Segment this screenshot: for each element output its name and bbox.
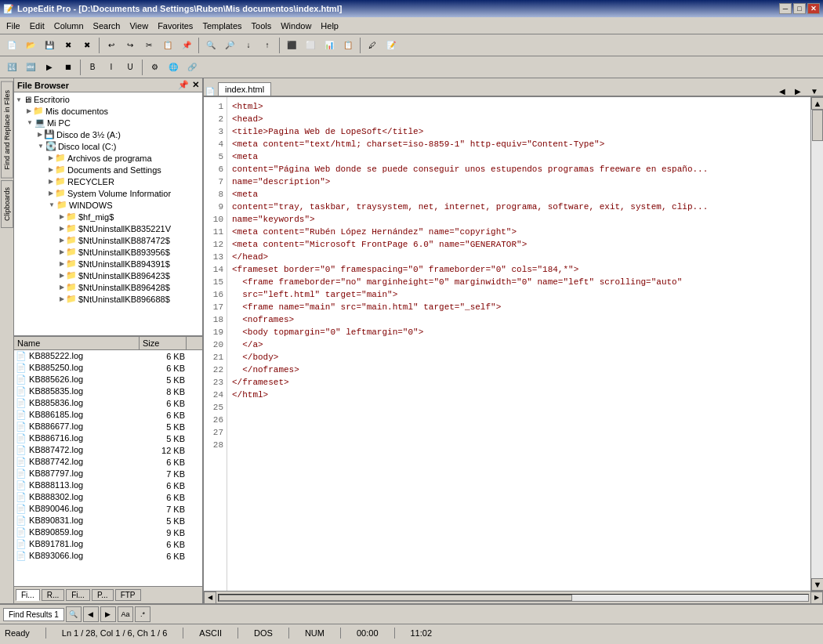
menu-item-column[interactable]: Column — [49, 20, 89, 32]
tb2-btn-6[interactable]: I — [103, 59, 120, 76]
tb2-btn-1[interactable]: 🔣 — [3, 59, 20, 76]
menu-item-help[interactable]: Help — [316, 20, 343, 32]
close-button[interactable]: ✕ — [807, 3, 820, 14]
toolbar-btn-13[interactable]: ↓ — [240, 37, 257, 54]
file-row[interactable]: 📄 KB885835.log8 KB — [14, 385, 202, 397]
hscroll-thumb[interactable] — [219, 595, 572, 601]
file-row[interactable]: 📄 KB886185.log6 KB — [14, 409, 202, 421]
tree-item[interactable]: ▼🖥Escritorio — [16, 94, 201, 105]
toolbar-btn-18[interactable]: 📋 — [339, 37, 357, 54]
minimize-button[interactable]: ─ — [779, 3, 792, 14]
browser-tab-0[interactable]: Fi... — [16, 589, 40, 601]
find-icon-btn-3[interactable]: ▶ — [100, 606, 116, 622]
code-area[interactable]: <html><head><title>Pagina Web de LopeSof… — [227, 97, 810, 591]
browser-tab-1[interactable]: R... — [42, 589, 65, 601]
tree-item[interactable]: ▶📁$NtUninstallKB896423$ — [16, 270, 201, 281]
tb2-btn-5[interactable]: B — [84, 59, 101, 76]
toolbar-btn-16[interactable]: ⬜ — [302, 37, 319, 54]
toolbar-btn-11[interactable]: 🔍 — [202, 37, 219, 54]
find-icon-btn-4[interactable]: Aa — [118, 606, 133, 622]
tree-item[interactable]: ▼💽Disco local (C:) — [16, 140, 201, 152]
tree-item[interactable]: ▶📁$NtUninstallKB887472$ — [16, 234, 201, 246]
clipboards-tab[interactable]: Clipboards — [1, 180, 13, 228]
browser-tab-2[interactable]: Fi... — [66, 589, 90, 601]
scroll-thumb[interactable] — [812, 110, 823, 141]
file-row[interactable]: 📄 KB885222.log6 KB — [14, 350, 202, 362]
menu-item-edit[interactable]: Edit — [25, 20, 49, 32]
menu-item-file[interactable]: File — [2, 20, 25, 32]
tree-item[interactable]: ▶📁$hf_mig$ — [16, 211, 201, 223]
new-button[interactable]: 📄 — [3, 37, 20, 54]
editor-tab-index-html[interactable]: index.html — [218, 82, 271, 96]
hscroll-left-button[interactable]: ◀ — [204, 592, 216, 604]
tb2-btn-7[interactable]: U — [121, 59, 139, 76]
menu-item-window[interactable]: Window — [276, 20, 316, 32]
tb2-btn-8[interactable]: ⚙ — [146, 59, 163, 76]
toolbar-btn-8[interactable]: ✂ — [140, 37, 158, 54]
toolbar-btn-14[interactable]: ↑ — [259, 37, 276, 54]
file-row[interactable]: 📄 KB888113.log6 KB — [14, 479, 202, 491]
menu-item-tools[interactable]: Tools — [247, 20, 277, 32]
file-row[interactable]: 📄 KB885626.log5 KB — [14, 374, 202, 385]
tb2-btn-4[interactable]: ⏹ — [60, 59, 77, 76]
file-row[interactable]: 📄 KB887472.log12 KB — [14, 444, 202, 456]
tree-item[interactable]: ▶📁Mis documentos — [16, 105, 201, 117]
toolbar-btn-15[interactable]: ⬛ — [283, 37, 300, 54]
file-row[interactable]: 📄 KB886677.log5 KB — [14, 421, 202, 432]
toolbar-btn-7[interactable]: ↪ — [121, 37, 139, 54]
tree-item[interactable]: ▶📁$NtUninstallKB896428$ — [16, 281, 201, 293]
find-results-tab[interactable]: Find Results 1 — [3, 608, 64, 621]
tree-item[interactable]: ▶📁$NtUninstallKB894391$ — [16, 258, 201, 270]
tab-nav-prev[interactable]: ◀ — [776, 87, 789, 96]
file-row[interactable]: 📄 KB888302.log6 KB — [14, 491, 202, 503]
col-name-header[interactable]: Name — [14, 337, 140, 349]
file-row[interactable]: 📄 KB890831.log5 KB — [14, 515, 202, 526]
tb2-btn-9[interactable]: 🌐 — [165, 59, 182, 76]
tree-item[interactable]: ▶📁System Volume Informatior — [16, 187, 201, 199]
file-row[interactable]: 📄 KB885250.log6 KB — [14, 362, 202, 374]
tb2-btn-10[interactable]: 🔗 — [183, 59, 201, 76]
pin-button[interactable]: 📌 — [178, 80, 189, 90]
toolbar-btn-4[interactable]: ✖ — [60, 37, 77, 54]
file-list-scroll[interactable]: 📄 KB885222.log6 KB📄 KB885250.log6 KB📄 KB… — [14, 350, 202, 586]
tree-item[interactable]: ▶📁$NtUninstallKB893956$ — [16, 246, 201, 258]
file-row[interactable]: 📄 KB891781.log6 KB — [14, 538, 202, 550]
toolbar-btn-6[interactable]: ↩ — [103, 37, 120, 54]
tree-item[interactable]: ▼💻Mi PC — [16, 117, 201, 128]
find-icon-btn-2[interactable]: ◀ — [83, 606, 99, 622]
menu-item-favorites[interactable]: Favorites — [153, 20, 198, 32]
col-size-header[interactable]: Size — [140, 337, 187, 349]
tab-nav-next[interactable]: ▶ — [792, 87, 804, 96]
tree-item[interactable]: ▼📁WINDOWS — [16, 199, 201, 211]
toolbar-btn-20[interactable]: 📝 — [382, 37, 400, 54]
find-icon-btn-1[interactable]: 🔍 — [66, 606, 82, 622]
toolbar-btn-9[interactable]: 📋 — [159, 37, 176, 54]
editor-scrollbar-right[interactable]: ▲ ▼ — [810, 97, 823, 591]
browser-tab-3[interactable]: P... — [92, 589, 114, 601]
hscroll-right-button[interactable]: ▶ — [810, 592, 823, 604]
tree-scroll[interactable]: ▼🖥Escritorio▶📁Mis documentos▼💻Mi PC▶💾Dis… — [14, 92, 202, 335]
find-icon-btn-5[interactable]: .* — [135, 606, 150, 622]
find-replace-tab[interactable]: Find and Replace in Files — [1, 81, 13, 179]
toolbar-btn-10[interactable]: 📌 — [178, 37, 195, 54]
fb-close-button[interactable]: ✕ — [192, 80, 199, 90]
file-row[interactable]: 📄 KB890046.log7 KB — [14, 503, 202, 515]
tree-item[interactable]: ▶💾Disco de 3½ (A:) — [16, 128, 201, 140]
tree-item[interactable]: ▶📁Archivos de programa — [16, 152, 201, 164]
file-row[interactable]: 📄 KB886716.log5 KB — [14, 432, 202, 444]
browser-tab-4[interactable]: FTP — [115, 589, 141, 601]
scroll-up-button[interactable]: ▲ — [811, 97, 823, 110]
tree-item[interactable]: ▶📁$NtUninstallKB835221V — [16, 223, 201, 234]
tree-item[interactable]: ▶📁RECYCLER — [16, 175, 201, 187]
file-row[interactable]: 📄 KB887797.log7 KB — [14, 468, 202, 479]
menu-item-view[interactable]: View — [125, 20, 153, 32]
file-row[interactable]: 📄 KB890859.log9 KB — [14, 526, 202, 538]
menu-item-search[interactable]: Search — [89, 20, 125, 32]
toolbar-btn-12[interactable]: 🔎 — [221, 37, 238, 54]
tree-item[interactable]: ▶📁Documents and Settings — [16, 164, 201, 175]
tb2-btn-2[interactable]: 🔤 — [22, 59, 39, 76]
toolbar-btn-5[interactable]: ✖ — [78, 37, 96, 54]
file-row[interactable]: 📄 KB887742.log6 KB — [14, 456, 202, 468]
toolbar-btn-19[interactable]: 🖊 — [364, 37, 381, 54]
file-row[interactable]: 📄 KB893066.log6 KB — [14, 550, 202, 562]
